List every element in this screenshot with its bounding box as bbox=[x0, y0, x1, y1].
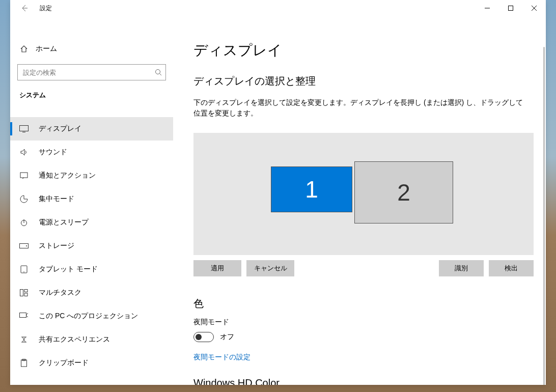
svg-rect-12 bbox=[20, 313, 26, 318]
content-area: ディスプレイ ディスプレイの選択と整理 下のディスプレイを選択して設定を変更しま… bbox=[173, 16, 546, 385]
night-mode-state: オフ bbox=[220, 332, 234, 342]
power-icon bbox=[19, 218, 29, 227]
maximize-button[interactable] bbox=[499, 0, 522, 16]
search-icon bbox=[155, 69, 162, 76]
detect-button[interactable]: 検出 bbox=[489, 260, 534, 276]
window-controls bbox=[476, 0, 546, 16]
sidebar-home-label: ホーム bbox=[36, 44, 57, 53]
monitor-1[interactable]: 1 bbox=[271, 166, 352, 212]
sidebar-item-notifications[interactable]: 通知とアクション bbox=[10, 164, 173, 187]
window-title: 設定 bbox=[40, 4, 52, 13]
tablet-icon bbox=[19, 265, 29, 274]
sidebar-item-clipboard[interactable]: クリップボード bbox=[10, 351, 173, 375]
close-button[interactable] bbox=[522, 0, 546, 16]
arrange-buttons: 適用 キャンセル 識別 検出 bbox=[193, 260, 534, 276]
sidebar-item-display[interactable]: ディスプレイ bbox=[10, 117, 173, 141]
minimize-button[interactable] bbox=[476, 0, 499, 16]
hdr-heading: Windows HD Color bbox=[193, 377, 525, 385]
sound-icon bbox=[19, 148, 29, 157]
sidebar-item-label: 共有エクスペリエンス bbox=[39, 335, 110, 344]
page-title: ディスプレイ bbox=[193, 41, 525, 60]
minimize-icon bbox=[485, 6, 490, 11]
sidebar-item-tablet[interactable]: タブレット モード bbox=[10, 258, 173, 281]
sidebar-item-label: ストレージ bbox=[39, 241, 74, 250]
sidebar-item-label: この PC へのプロジェクション bbox=[39, 312, 138, 321]
search-wrap bbox=[10, 59, 173, 85]
close-icon bbox=[532, 6, 537, 11]
arrow-left-icon bbox=[20, 4, 29, 12]
sidebar: ホーム システム ディスプレイ サウンド bbox=[10, 16, 173, 385]
scrollbar[interactable] bbox=[543, 47, 545, 385]
monitor-2[interactable]: 2 bbox=[354, 161, 453, 223]
sidebar-item-label: 集中モード bbox=[39, 194, 74, 204]
button-spacer bbox=[299, 260, 434, 276]
sidebar-home[interactable]: ホーム bbox=[10, 39, 173, 59]
sidebar-item-label: ディスプレイ bbox=[39, 124, 81, 133]
sidebar-item-power[interactable]: 電源とスリープ bbox=[10, 211, 173, 234]
notification-icon bbox=[19, 171, 29, 180]
color-heading: 色 bbox=[193, 297, 525, 311]
sidebar-item-label: 通知とアクション bbox=[39, 171, 96, 180]
share-icon bbox=[19, 335, 29, 344]
night-mode-row: オフ bbox=[193, 332, 525, 342]
svg-rect-11 bbox=[24, 293, 27, 296]
search-input[interactable] bbox=[17, 64, 166, 80]
svg-rect-2 bbox=[20, 126, 29, 131]
focus-icon bbox=[19, 194, 29, 204]
display-arrange-panel[interactable]: 1 2 bbox=[193, 133, 534, 255]
titlebar: 設定 bbox=[10, 0, 546, 16]
sidebar-item-label: マルチタスク bbox=[39, 288, 81, 297]
settings-window: 設定 ホーム システム ディスプレイ bbox=[10, 0, 546, 385]
identify-button[interactable]: 識別 bbox=[439, 260, 484, 276]
display-icon bbox=[19, 124, 29, 133]
arrange-description: 下のディスプレイを選択して設定を変更します。ディスプレイを長押し (または選択)… bbox=[193, 97, 525, 119]
svg-rect-10 bbox=[24, 290, 27, 292]
svg-rect-0 bbox=[509, 6, 513, 11]
sidebar-item-focus[interactable]: 集中モード bbox=[10, 187, 173, 211]
sidebar-item-projection[interactable]: この PC へのプロジェクション bbox=[10, 304, 173, 328]
night-mode-toggle[interactable] bbox=[193, 332, 214, 342]
arrange-heading: ディスプレイの選択と整理 bbox=[193, 74, 525, 88]
sidebar-category: システム bbox=[10, 85, 173, 106]
sidebar-item-multitask[interactable]: マルチタスク bbox=[10, 281, 173, 304]
projection-icon bbox=[19, 312, 29, 321]
night-mode-label: 夜間モード bbox=[193, 318, 525, 327]
cancel-button[interactable]: キャンセル bbox=[246, 260, 294, 276]
toggle-knob-icon bbox=[196, 334, 202, 340]
sidebar-item-label: 電源とスリープ bbox=[39, 218, 89, 227]
sidebar-item-label: サウンド bbox=[39, 148, 67, 157]
search-box bbox=[17, 64, 166, 80]
home-icon bbox=[19, 44, 29, 53]
sidebar-item-label: クリップボード bbox=[39, 358, 89, 368]
back-button[interactable] bbox=[16, 0, 33, 16]
body-area: ホーム システム ディスプレイ サウンド bbox=[10, 16, 546, 385]
sidebar-item-sound[interactable]: サウンド bbox=[10, 141, 173, 164]
sidebar-item-storage[interactable]: ストレージ bbox=[10, 234, 173, 258]
sidebar-item-label: タブレット モード bbox=[39, 265, 98, 274]
svg-rect-9 bbox=[20, 290, 23, 296]
svg-point-1 bbox=[156, 70, 160, 74]
maximize-icon bbox=[508, 6, 513, 11]
multitask-icon bbox=[19, 288, 29, 297]
svg-rect-3 bbox=[20, 173, 27, 178]
nav-list: ディスプレイ サウンド 通知とアクション 集中モード 電源とスリープ bbox=[10, 117, 173, 375]
storage-icon bbox=[19, 241, 29, 250]
night-mode-settings-link[interactable]: 夜間モードの設定 bbox=[193, 353, 251, 362]
apply-button[interactable]: 適用 bbox=[193, 260, 241, 276]
svg-point-6 bbox=[26, 245, 27, 246]
svg-point-8 bbox=[23, 271, 24, 272]
sidebar-item-share[interactable]: 共有エクスペリエンス bbox=[10, 328, 173, 351]
clipboard-icon bbox=[19, 358, 29, 368]
